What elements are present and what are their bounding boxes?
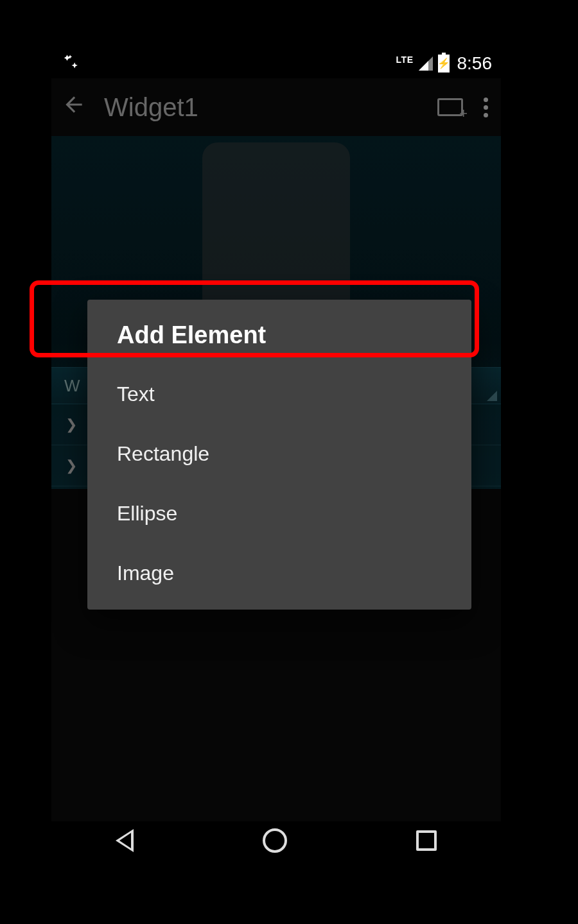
- app-area: Widget1 W ❯ ❯ Add Elem: [51, 78, 501, 821]
- status-clock: 8:56: [457, 53, 493, 74]
- status-right: LTE ⚡ 8:56: [396, 53, 492, 74]
- nav-back-button[interactable]: [116, 829, 134, 852]
- add-element-dialog: Add Element Text Rectangle Ellipse Image: [87, 300, 471, 610]
- status-bar: LTE ⚡ 8:56: [51, 51, 501, 76]
- status-left: [60, 53, 78, 75]
- dialog-item-rectangle[interactable]: Rectangle: [87, 424, 471, 484]
- nav-home-button[interactable]: [263, 828, 287, 853]
- dialog-title: Add Element: [87, 300, 471, 364]
- battery-charging-icon: ⚡: [438, 55, 450, 73]
- dialog-item-ellipse[interactable]: Ellipse: [87, 484, 471, 543]
- magic-wand-icon: [60, 53, 78, 75]
- nav-recent-button[interactable]: [416, 830, 437, 851]
- system-nav-bar: [51, 815, 501, 866]
- network-type-label: LTE: [396, 55, 414, 65]
- device-frame: LTE ⚡ 8:56 Widget1 W ❯: [51, 51, 501, 821]
- signal-icon: [419, 56, 433, 71]
- dialog-item-image[interactable]: Image: [87, 543, 471, 603]
- dialog-item-text[interactable]: Text: [87, 364, 471, 424]
